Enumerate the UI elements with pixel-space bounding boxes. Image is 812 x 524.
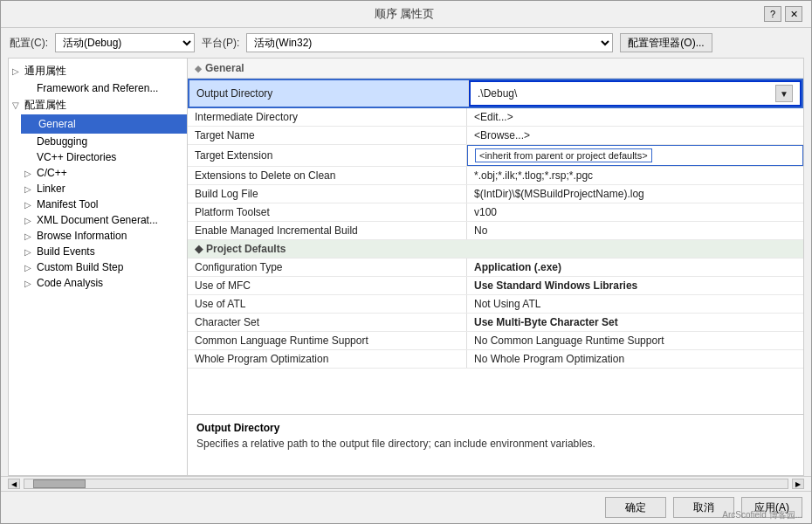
- expand-icon-code-analysis: ▷: [24, 279, 37, 288]
- sidebar-label-vcpp: VC++ Directories: [37, 151, 116, 163]
- prop-name-target-name: Target Name: [188, 127, 467, 144]
- sidebar-item-code-analysis[interactable]: ▷ Code Analysis: [21, 275, 187, 291]
- prop-value-build-log: $(IntDir)\$(MSBuildProjectName).log: [467, 185, 803, 203]
- sidebar-item-browse-info[interactable]: ▷ Browse Information: [21, 228, 187, 244]
- prop-row-intermediate-dir[interactable]: Intermediate Directory <Edit...>: [188, 108, 803, 127]
- sidebar-label-xml: XML Document Generat...: [37, 214, 158, 226]
- scrollbar-area: ◀ ▶: [1, 476, 811, 491]
- expand-icon-config: ▽: [12, 100, 24, 110]
- prop-value-target-ext: <inherit from parent or project defaults…: [467, 145, 803, 166]
- scroll-right-arrow[interactable]: ▶: [792, 479, 804, 489]
- help-button[interactable]: ?: [764, 6, 781, 22]
- prop-name-config-type: Configuration Type: [188, 259, 467, 276]
- prop-row-platform-toolset[interactable]: Platform Toolset v100: [188, 203, 803, 222]
- sidebar-item-custom-build[interactable]: ▷ Custom Build Step: [21, 259, 187, 275]
- expand-icon-xml: ▷: [24, 216, 37, 225]
- sidebar-item-build-events[interactable]: ▷ Build Events: [21, 244, 187, 259]
- properties-table: Output Directory .\Debug\ ▼ Intermediate…: [188, 79, 803, 414]
- platform-label: 平台(P):: [202, 36, 239, 51]
- prop-value-platform-toolset: v100: [467, 203, 803, 221]
- expand-icon-manifest: ▷: [24, 200, 37, 210]
- sidebar-item-cpp[interactable]: ▷ C/C++: [21, 165, 187, 181]
- watermark: ArcScofield 博客园...: [722, 509, 802, 521]
- scroll-thumb[interactable]: [33, 479, 86, 488]
- description-title: Output Directory: [196, 422, 795, 434]
- sidebar-item-xml-doc[interactable]: ▷ XML Document Generat...: [21, 212, 187, 228]
- prop-row-managed-build[interactable]: Enable Managed Incremental Build No: [188, 222, 803, 240]
- sidebar-item-general[interactable]: General: [21, 114, 187, 134]
- prop-row-config-type[interactable]: Configuration Type Application (.exe): [188, 259, 803, 277]
- prop-value-use-mfc: Use Standard Windows Libraries: [467, 277, 803, 294]
- prop-row-clr-support[interactable]: Common Language Runtime Support No Commo…: [188, 332, 803, 350]
- scroll-track[interactable]: [24, 479, 788, 489]
- expand-icon-build-events: ▷: [24, 247, 37, 257]
- scroll-left-arrow[interactable]: ◀: [8, 479, 20, 489]
- sidebar-label-config-props: 配置属性: [24, 98, 66, 113]
- prop-row-target-ext[interactable]: Target Extension <inherit from parent or…: [188, 145, 803, 167]
- config-manager-button[interactable]: 配置管理器(O)...: [620, 33, 712, 52]
- prop-value-output-dir: .\Debug\ ▼: [469, 80, 802, 107]
- general-section-header: ◆ General: [188, 59, 803, 79]
- sidebar-label-build-events: Build Events: [37, 245, 95, 258]
- prop-value-char-set: Use Multi-Byte Character Set: [467, 314, 803, 331]
- prop-name-output-dir: Output Directory: [189, 80, 469, 107]
- sidebar-item-debugging[interactable]: Debugging: [21, 134, 187, 149]
- sidebar-label-manifest: Manifest Tool: [37, 198, 98, 210]
- prop-name-whole-prog: Whole Program Optimization: [188, 350, 467, 368]
- sidebar-label-custom-build: Custom Build Step: [37, 261, 123, 273]
- sidebar-item-vcpp-dirs[interactable]: VC++ Directories: [21, 149, 187, 165]
- expand-icon-cpp: ▷: [24, 169, 37, 178]
- prop-value-config-type: Application (.exe): [467, 259, 803, 276]
- prop-row-whole-prog[interactable]: Whole Program Optimization No Whole Prog…: [188, 350, 803, 369]
- dialog: 顺序 属性页 ? ✕ 配置(C): 活动(Debug) 平台(P): 活动(Wi…: [0, 0, 812, 524]
- prop-row-build-log[interactable]: Build Log File $(IntDir)\$(MSBuildProjec…: [188, 185, 803, 203]
- section-icon: ◆: [195, 64, 202, 73]
- expand-icon-browse: ▷: [24, 231, 37, 241]
- platform-select[interactable]: 活动(Win32): [246, 33, 613, 52]
- expand-icon-custom-build: ▷: [24, 263, 37, 272]
- main-content: ▷ 通用属性 Framework and Referen... ▽ 配置属性 G…: [8, 58, 804, 476]
- prop-row-ext-delete[interactable]: Extensions to Delete on Clean *.obj;*.il…: [188, 167, 803, 185]
- prop-row-use-atl[interactable]: Use of ATL Not Using ATL: [188, 295, 803, 314]
- prop-value-clr-support: No Common Language Runtime Support: [467, 332, 803, 349]
- prop-row-output-dir[interactable]: Output Directory .\Debug\ ▼: [188, 79, 803, 108]
- expand-icon: ▷: [12, 66, 24, 76]
- prop-value-whole-prog: No Whole Program Optimization: [467, 350, 803, 368]
- prop-row-char-set[interactable]: Character Set Use Multi-Byte Character S…: [188, 314, 803, 332]
- title-bar: 顺序 属性页 ? ✕: [1, 1, 811, 28]
- sidebar-label-code-analysis: Code Analysis: [37, 277, 103, 289]
- sidebar-item-config-props[interactable]: ▽ 配置属性: [9, 96, 187, 114]
- sidebar-label-linker: Linker: [37, 183, 65, 195]
- sidebar-item-manifest-tool[interactable]: ▷ Manifest Tool: [21, 196, 187, 212]
- close-button[interactable]: ✕: [785, 6, 802, 22]
- title-controls: ? ✕: [764, 6, 802, 22]
- prop-name-ext-delete: Extensions to Delete on Clean: [188, 167, 467, 184]
- general-section-label: General: [205, 62, 244, 74]
- prop-name-char-set: Character Set: [188, 314, 467, 331]
- dialog-title: 顺序 属性页: [45, 6, 764, 22]
- sidebar-label-common-props: 通用属性: [24, 64, 66, 79]
- config-bar: 配置(C): 活动(Debug) 平台(P): 活动(Win32) 配置管理器(…: [1, 28, 811, 58]
- sidebar-label-browse: Browse Information: [37, 230, 127, 242]
- config-select[interactable]: 活动(Debug): [55, 33, 195, 52]
- prop-row-use-mfc[interactable]: Use of MFC Use Standard Windows Librarie…: [188, 277, 803, 295]
- output-dir-dropdown[interactable]: ▼: [775, 85, 793, 102]
- ok-button[interactable]: 确定: [605, 497, 666, 518]
- sidebar-item-common-props[interactable]: ▷ 通用属性: [9, 62, 187, 80]
- properties-panel: ◆ General Output Directory .\Debug\ ▼ In…: [188, 59, 803, 475]
- prop-value-use-atl: Not Using ATL: [467, 295, 803, 313]
- sidebar-label-debugging: Debugging: [37, 135, 87, 148]
- expand-icon-linker: ▷: [24, 184, 37, 194]
- sidebar-item-linker[interactable]: ▷ Linker: [21, 181, 187, 196]
- description-text: Specifies a relative path to the output …: [196, 438, 795, 450]
- prop-value-managed-build: No: [467, 222, 803, 239]
- prop-name-clr-support: Common Language Runtime Support: [188, 332, 467, 349]
- sidebar-item-framework[interactable]: Framework and Referen...: [21, 80, 187, 96]
- project-defaults-section: ◆ Project Defaults: [188, 240, 803, 259]
- prop-row-target-name[interactable]: Target Name <Browse...>: [188, 127, 803, 145]
- section-icon-pd: ◆: [195, 243, 203, 255]
- config-label: 配置(C):: [10, 36, 48, 51]
- prop-value-target-name: <Browse...>: [467, 127, 803, 144]
- sidebar: ▷ 通用属性 Framework and Referen... ▽ 配置属性 G…: [9, 59, 188, 475]
- description-panel: Output Directory Specifies a relative pa…: [188, 414, 803, 475]
